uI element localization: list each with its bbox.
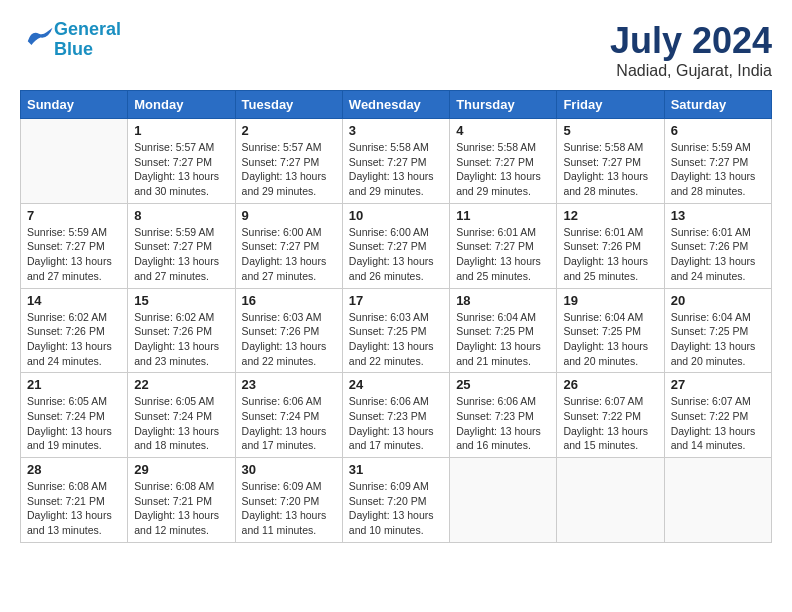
day-number: 13: [671, 208, 765, 223]
day-info: Sunrise: 5:58 AMSunset: 7:27 PMDaylight:…: [563, 140, 657, 199]
day-number: 31: [349, 462, 443, 477]
title-block: July 2024 Nadiad, Gujarat, India: [610, 20, 772, 80]
day-info: Sunrise: 6:05 AMSunset: 7:24 PMDaylight:…: [134, 394, 228, 453]
day-number: 27: [671, 377, 765, 392]
calendar-cell: 26Sunrise: 6:07 AMSunset: 7:22 PMDayligh…: [557, 373, 664, 458]
calendar-cell: 4Sunrise: 5:58 AMSunset: 7:27 PMDaylight…: [450, 119, 557, 204]
calendar-cell: 7Sunrise: 5:59 AMSunset: 7:27 PMDaylight…: [21, 203, 128, 288]
day-number: 19: [563, 293, 657, 308]
calendar-week-1: 1Sunrise: 5:57 AMSunset: 7:27 PMDaylight…: [21, 119, 772, 204]
day-number: 16: [242, 293, 336, 308]
day-info: Sunrise: 5:57 AMSunset: 7:27 PMDaylight:…: [242, 140, 336, 199]
day-number: 24: [349, 377, 443, 392]
calendar-body: 1Sunrise: 5:57 AMSunset: 7:27 PMDaylight…: [21, 119, 772, 543]
day-number: 11: [456, 208, 550, 223]
calendar-cell: 18Sunrise: 6:04 AMSunset: 7:25 PMDayligh…: [450, 288, 557, 373]
calendar-cell: 31Sunrise: 6:09 AMSunset: 7:20 PMDayligh…: [342, 458, 449, 543]
day-number: 9: [242, 208, 336, 223]
calendar-cell: 9Sunrise: 6:00 AMSunset: 7:27 PMDaylight…: [235, 203, 342, 288]
calendar-cell: [664, 458, 771, 543]
calendar-cell: 6Sunrise: 5:59 AMSunset: 7:27 PMDaylight…: [664, 119, 771, 204]
calendar-cell: 15Sunrise: 6:02 AMSunset: 7:26 PMDayligh…: [128, 288, 235, 373]
day-number: 20: [671, 293, 765, 308]
calendar-cell: [557, 458, 664, 543]
calendar-cell: 2Sunrise: 5:57 AMSunset: 7:27 PMDaylight…: [235, 119, 342, 204]
day-info: Sunrise: 6:03 AMSunset: 7:25 PMDaylight:…: [349, 310, 443, 369]
column-header-thursday: Thursday: [450, 91, 557, 119]
calendar-cell: 14Sunrise: 6:02 AMSunset: 7:26 PMDayligh…: [21, 288, 128, 373]
day-info: Sunrise: 6:04 AMSunset: 7:25 PMDaylight:…: [671, 310, 765, 369]
calendar-cell: 19Sunrise: 6:04 AMSunset: 7:25 PMDayligh…: [557, 288, 664, 373]
calendar-cell: 10Sunrise: 6:00 AMSunset: 7:27 PMDayligh…: [342, 203, 449, 288]
calendar-week-5: 28Sunrise: 6:08 AMSunset: 7:21 PMDayligh…: [21, 458, 772, 543]
day-number: 4: [456, 123, 550, 138]
calendar-cell: 16Sunrise: 6:03 AMSunset: 7:26 PMDayligh…: [235, 288, 342, 373]
calendar-cell: 30Sunrise: 6:09 AMSunset: 7:20 PMDayligh…: [235, 458, 342, 543]
calendar-cell: 27Sunrise: 6:07 AMSunset: 7:22 PMDayligh…: [664, 373, 771, 458]
calendar-cell: 1Sunrise: 5:57 AMSunset: 7:27 PMDaylight…: [128, 119, 235, 204]
calendar-cell: 12Sunrise: 6:01 AMSunset: 7:26 PMDayligh…: [557, 203, 664, 288]
calendar-cell: 21Sunrise: 6:05 AMSunset: 7:24 PMDayligh…: [21, 373, 128, 458]
day-number: 21: [27, 377, 121, 392]
day-info: Sunrise: 6:00 AMSunset: 7:27 PMDaylight:…: [349, 225, 443, 284]
calendar-table: SundayMondayTuesdayWednesdayThursdayFrid…: [20, 90, 772, 543]
day-info: Sunrise: 6:08 AMSunset: 7:21 PMDaylight:…: [134, 479, 228, 538]
calendar-header-row: SundayMondayTuesdayWednesdayThursdayFrid…: [21, 91, 772, 119]
page-subtitle: Nadiad, Gujarat, India: [610, 62, 772, 80]
day-info: Sunrise: 6:07 AMSunset: 7:22 PMDaylight:…: [671, 394, 765, 453]
page-title: July 2024: [610, 20, 772, 62]
calendar-cell: 25Sunrise: 6:06 AMSunset: 7:23 PMDayligh…: [450, 373, 557, 458]
day-info: Sunrise: 5:59 AMSunset: 7:27 PMDaylight:…: [134, 225, 228, 284]
day-number: 26: [563, 377, 657, 392]
day-info: Sunrise: 6:06 AMSunset: 7:23 PMDaylight:…: [349, 394, 443, 453]
day-number: 29: [134, 462, 228, 477]
day-number: 6: [671, 123, 765, 138]
day-info: Sunrise: 6:00 AMSunset: 7:27 PMDaylight:…: [242, 225, 336, 284]
column-header-sunday: Sunday: [21, 91, 128, 119]
day-info: Sunrise: 6:06 AMSunset: 7:23 PMDaylight:…: [456, 394, 550, 453]
calendar-week-4: 21Sunrise: 6:05 AMSunset: 7:24 PMDayligh…: [21, 373, 772, 458]
day-info: Sunrise: 6:01 AMSunset: 7:27 PMDaylight:…: [456, 225, 550, 284]
calendar-cell: 3Sunrise: 5:58 AMSunset: 7:27 PMDaylight…: [342, 119, 449, 204]
calendar-cell: 13Sunrise: 6:01 AMSunset: 7:26 PMDayligh…: [664, 203, 771, 288]
day-number: 18: [456, 293, 550, 308]
day-number: 12: [563, 208, 657, 223]
day-number: 10: [349, 208, 443, 223]
page-header: GeneralBlue July 2024 Nadiad, Gujarat, I…: [20, 20, 772, 80]
day-number: 14: [27, 293, 121, 308]
day-info: Sunrise: 6:01 AMSunset: 7:26 PMDaylight:…: [563, 225, 657, 284]
day-number: 5: [563, 123, 657, 138]
day-info: Sunrise: 6:09 AMSunset: 7:20 PMDaylight:…: [349, 479, 443, 538]
day-number: 2: [242, 123, 336, 138]
day-info: Sunrise: 5:59 AMSunset: 7:27 PMDaylight:…: [671, 140, 765, 199]
calendar-cell: 5Sunrise: 5:58 AMSunset: 7:27 PMDaylight…: [557, 119, 664, 204]
calendar-cell: 28Sunrise: 6:08 AMSunset: 7:21 PMDayligh…: [21, 458, 128, 543]
day-number: 25: [456, 377, 550, 392]
day-info: Sunrise: 5:58 AMSunset: 7:27 PMDaylight:…: [349, 140, 443, 199]
logo-bird-icon: [24, 25, 54, 50]
day-number: 23: [242, 377, 336, 392]
day-info: Sunrise: 6:08 AMSunset: 7:21 PMDaylight:…: [27, 479, 121, 538]
day-info: Sunrise: 6:07 AMSunset: 7:22 PMDaylight:…: [563, 394, 657, 453]
calendar-cell: 29Sunrise: 6:08 AMSunset: 7:21 PMDayligh…: [128, 458, 235, 543]
day-info: Sunrise: 6:04 AMSunset: 7:25 PMDaylight:…: [563, 310, 657, 369]
day-number: 28: [27, 462, 121, 477]
day-number: 15: [134, 293, 228, 308]
day-number: 8: [134, 208, 228, 223]
column-header-monday: Monday: [128, 91, 235, 119]
day-number: 7: [27, 208, 121, 223]
calendar-cell: 11Sunrise: 6:01 AMSunset: 7:27 PMDayligh…: [450, 203, 557, 288]
day-number: 17: [349, 293, 443, 308]
calendar-cell: 17Sunrise: 6:03 AMSunset: 7:25 PMDayligh…: [342, 288, 449, 373]
day-info: Sunrise: 5:58 AMSunset: 7:27 PMDaylight:…: [456, 140, 550, 199]
day-info: Sunrise: 5:59 AMSunset: 7:27 PMDaylight:…: [27, 225, 121, 284]
calendar-cell: 23Sunrise: 6:06 AMSunset: 7:24 PMDayligh…: [235, 373, 342, 458]
day-number: 1: [134, 123, 228, 138]
day-info: Sunrise: 6:05 AMSunset: 7:24 PMDaylight:…: [27, 394, 121, 453]
column-header-tuesday: Tuesday: [235, 91, 342, 119]
calendar-week-3: 14Sunrise: 6:02 AMSunset: 7:26 PMDayligh…: [21, 288, 772, 373]
day-number: 22: [134, 377, 228, 392]
day-info: Sunrise: 6:06 AMSunset: 7:24 PMDaylight:…: [242, 394, 336, 453]
calendar-cell: [21, 119, 128, 204]
calendar-week-2: 7Sunrise: 5:59 AMSunset: 7:27 PMDaylight…: [21, 203, 772, 288]
